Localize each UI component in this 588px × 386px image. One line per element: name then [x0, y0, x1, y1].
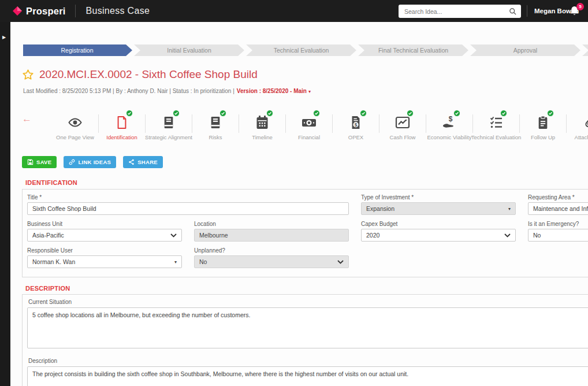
- field-unplanned: Unplanned? No: [194, 247, 349, 268]
- tab-technical-evaluation[interactable]: Technical Evaluation: [473, 109, 519, 143]
- meta-row: Last Modified : 8/25/2020 5:13 PM | By :…: [23, 88, 311, 94]
- version-selector[interactable]: Version : 8/25/2020 - Main: [237, 88, 307, 94]
- main-content: Registration Initial Evaluation Technica…: [10, 22, 588, 386]
- select-value: No: [533, 232, 541, 239]
- responsible-user-select[interactable]: Norman K. Wan ▾: [27, 255, 182, 268]
- tab-attachments[interactable]: Attachments: [567, 109, 588, 143]
- tab-identification[interactable]: Identification: [99, 109, 145, 143]
- link-ideas-label: LINK IDEAS: [78, 159, 111, 165]
- tab-label: Strategic Alignment: [145, 134, 192, 140]
- tab-label: Attachments: [575, 134, 588, 140]
- save-button[interactable]: SAVE: [22, 156, 57, 168]
- capex-budget-select[interactable]: 2020: [361, 229, 516, 242]
- chevron-down-icon: [504, 233, 511, 237]
- step-final-technical-evaluation[interactable]: Final Technical Evaluation: [358, 44, 468, 56]
- expand-sidebar-icon[interactable]: ▶: [2, 35, 6, 40]
- calendar-icon: [255, 114, 269, 131]
- field-label: Current Situation: [28, 299, 588, 305]
- identification-panel: Title * Type of Investment * Expansion ▾…: [22, 189, 588, 277]
- emergency-select[interactable]: No: [528, 229, 588, 242]
- tab-label: Economic Viability: [427, 134, 472, 140]
- page-title: 2020.MCI.EX.0002 - Sixth Coffee Shop Bui…: [39, 68, 258, 81]
- step-label: Registration: [61, 47, 93, 54]
- topbar-divider: [75, 5, 76, 17]
- app-title: Business Case: [86, 6, 150, 16]
- field-label: Is it an Emergency?: [528, 221, 588, 227]
- current-situation-textarea[interactable]: 5 coffee shop locations all in Melbourne…: [27, 307, 588, 348]
- field-label: Requesting Area *: [528, 194, 588, 201]
- tab-timeline[interactable]: Timeline: [239, 109, 285, 143]
- book-icon: [209, 114, 222, 131]
- check-badge-icon: [453, 110, 460, 117]
- invoice-dollar-icon: $: [349, 114, 362, 131]
- checklist-icon: [489, 114, 503, 131]
- hand-dollar-icon: $: [442, 114, 457, 131]
- select-value: Asia-Pacific: [32, 232, 64, 239]
- step-technical-evaluation[interactable]: Technical Evaluation: [246, 44, 356, 56]
- tab-economic-viability[interactable]: $ Economic Viability: [426, 109, 472, 143]
- tab-cash-flow[interactable]: Cash Flow: [379, 109, 426, 143]
- description-panel: Current Situation 5 coffee shop location…: [22, 294, 588, 386]
- step-initial-evaluation[interactable]: Initial Evaluation: [134, 44, 244, 56]
- field-location: Location Melbourne: [194, 221, 349, 242]
- share-button[interactable]: SHARE: [123, 156, 163, 168]
- field-title: Title *: [27, 194, 349, 215]
- step-label: Final Technical Evaluation: [378, 47, 448, 54]
- save-icon: [27, 159, 34, 165]
- business-unit-select[interactable]: Asia-Pacific: [27, 229, 182, 242]
- notifications-button[interactable]: 5: [569, 5, 580, 17]
- check-badge-icon: [173, 110, 180, 117]
- title-row: 2020.MCI.EX.0002 - Sixth Coffee Shop Bui…: [22, 68, 258, 81]
- requesting-area-select[interactable]: Maintenance and Infrastructure: [528, 202, 588, 215]
- back-arrow-icon[interactable]: ←: [22, 113, 32, 125]
- tab-label: Financial: [298, 134, 320, 140]
- step-label: Technical Evaluation: [274, 47, 329, 54]
- tab-one-page-view[interactable]: One Page View: [52, 109, 98, 143]
- select-value: 2020: [366, 232, 379, 239]
- favorite-star-icon[interactable]: [22, 69, 34, 81]
- tab-follow-up[interactable]: Follow Up: [520, 109, 566, 143]
- step-registration[interactable]: Registration: [22, 44, 132, 56]
- svg-text:$: $: [449, 115, 453, 123]
- field-capex-budget: Capex Budget 2020: [361, 221, 516, 242]
- step-approval[interactable]: Approval: [470, 44, 580, 56]
- paperclip-icon: [583, 114, 588, 131]
- document-icon: [116, 114, 128, 131]
- workflow-stepper: Registration Initial Evaluation Technica…: [22, 44, 588, 56]
- check-badge-icon: [500, 110, 507, 117]
- share-icon: [128, 159, 135, 165]
- topbar: Prosperi Business Case Megan Bowen 5: [0, 0, 588, 22]
- share-label: SHARE: [137, 159, 158, 165]
- tab-label: Timeline: [252, 134, 273, 140]
- select-value: Norman K. Wan: [32, 258, 75, 265]
- tab-financial[interactable]: Financial: [286, 109, 332, 143]
- field-label: Description: [28, 358, 588, 364]
- link-ideas-button[interactable]: LINK IDEAS: [64, 156, 116, 168]
- type-of-investment-select[interactable]: Expansion ▾: [361, 202, 516, 215]
- action-buttons: SAVE LINK IDEAS SHARE: [22, 156, 163, 168]
- unplanned-select[interactable]: No: [194, 255, 349, 268]
- tab-label: Follow Up: [531, 134, 555, 140]
- tab-label: One Page View: [56, 134, 94, 140]
- field-label: Title *: [27, 194, 349, 201]
- select-value: Maintenance and Infrastructure: [533, 205, 588, 212]
- chart-line-icon: [395, 114, 410, 131]
- tab-risks[interactable]: Risks: [192, 109, 239, 143]
- eye-icon: [67, 114, 83, 131]
- chevron-down-icon: ▾: [174, 259, 177, 265]
- search-icon[interactable]: [509, 8, 517, 16]
- brand-logo[interactable]: Prosperi: [13, 6, 66, 17]
- step-label: Approval: [513, 47, 537, 54]
- location-input: Melbourne: [194, 229, 349, 242]
- tab-strategic-alignment[interactable]: Strategic Alignment: [146, 109, 192, 143]
- title-input[interactable]: [27, 202, 349, 215]
- check-badge-icon: [407, 110, 414, 117]
- tab-opex[interactable]: $ OPEX: [333, 109, 379, 143]
- tab-label: Risks: [209, 134, 222, 140]
- field-type-of-investment: Type of Investment * Expansion ▾: [361, 194, 516, 215]
- description-textarea[interactable]: The project consists in building the six…: [27, 366, 588, 386]
- search-input[interactable]: [399, 5, 509, 18]
- step-next-partial[interactable]: [582, 44, 588, 56]
- tab-label: Identification: [106, 134, 137, 140]
- input-value: Melbourne: [199, 232, 228, 239]
